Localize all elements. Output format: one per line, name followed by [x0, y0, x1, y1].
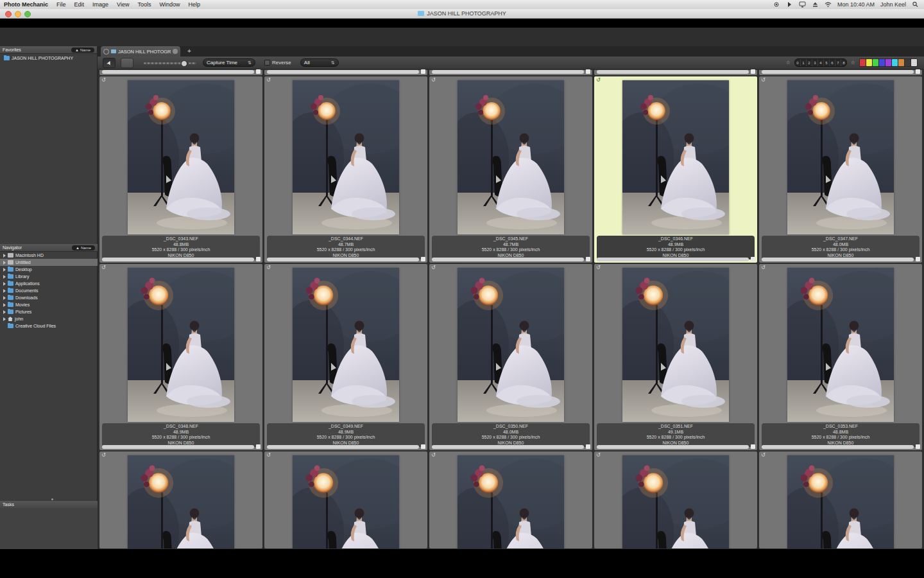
navigator-item[interactable]: Applications — [0, 280, 98, 287]
cell-scrollbar-box[interactable] — [421, 257, 425, 261]
bluetooth-icon[interactable] — [786, 1, 793, 8]
favorites-sort-button[interactable]: ▲Name — [71, 48, 94, 53]
menu-item[interactable]: Window — [159, 1, 180, 8]
disclosure-triangle-icon[interactable] — [3, 317, 6, 321]
menu-item[interactable]: View — [117, 1, 129, 8]
rating-filter[interactable]: 012345678 — [794, 58, 847, 67]
menu-user[interactable]: John Keel — [880, 1, 906, 8]
wifi-icon[interactable] — [825, 1, 832, 8]
photo-cell[interactable]: ↺ — [99, 76, 262, 263]
cell-scrollbar[interactable] — [762, 258, 914, 261]
rating-filter-segment[interactable]: 6 — [830, 59, 835, 66]
rating-filter-segment[interactable]: 3 — [812, 59, 818, 66]
photo-cell[interactable]: ↺ — [759, 451, 922, 548]
navigator-item[interactable]: Desktop — [0, 266, 98, 273]
eject-icon[interactable] — [812, 1, 819, 8]
navigator-item[interactable]: john — [0, 315, 98, 322]
photo-thumbnail[interactable] — [128, 80, 234, 234]
zoom-window-button[interactable] — [24, 11, 31, 17]
rating-filter-segment[interactable]: 5 — [824, 59, 830, 66]
rotate-icon[interactable]: ↺ — [431, 78, 436, 83]
photo-cell[interactable]: ↺ — [99, 264, 262, 450]
new-tab-button[interactable]: + — [187, 48, 191, 55]
cell-scrollbar-box[interactable] — [751, 257, 755, 261]
color-class-swatch[interactable] — [892, 59, 898, 66]
color-class-swatch[interactable] — [886, 59, 891, 66]
cell-scrollbar[interactable] — [102, 445, 254, 449]
photo-cell[interactable]: ↺ — [594, 264, 757, 450]
cell-scrollbar[interactable] — [102, 258, 254, 261]
rotate-icon[interactable]: ↺ — [596, 78, 601, 83]
favorites-item[interactable]: JASON HILL PHOTOGRAPHY — [0, 54, 97, 62]
disclosure-triangle-icon[interactable] — [3, 254, 6, 258]
color-class-swatch[interactable] — [898, 59, 904, 66]
menu-item[interactable]: Help — [188, 1, 200, 8]
photo-cell[interactable]: ↺ — [264, 264, 427, 450]
pane-resize-handle[interactable] — [51, 498, 53, 500]
cell-scrollbar[interactable] — [267, 258, 419, 261]
search-icon[interactable] — [912, 1, 919, 8]
rotate-icon[interactable]: ↺ — [101, 453, 106, 458]
cell-scrollbar-box[interactable] — [586, 69, 590, 74]
cell-scrollbar-box[interactable] — [916, 257, 920, 261]
cell-scrollbar[interactable] — [597, 258, 749, 261]
photo-thumbnail[interactable] — [458, 268, 564, 422]
navigator-item[interactable]: Downloads — [0, 294, 98, 301]
photo-cell[interactable]: ↺ — [759, 264, 922, 450]
rotate-icon[interactable]: ↺ — [101, 265, 106, 270]
photo-cell[interactable]: ↺ — [429, 264, 592, 450]
cell-scrollbar[interactable] — [597, 70, 749, 74]
rotate-icon[interactable]: ↺ — [101, 78, 106, 83]
disclosure-triangle-icon[interactable] — [3, 275, 6, 279]
cell-scrollbar-box[interactable] — [256, 69, 261, 74]
rotate-icon[interactable]: ↺ — [266, 265, 271, 270]
disclosure-triangle-icon[interactable] — [3, 296, 6, 300]
color-class-filter[interactable] — [859, 58, 918, 67]
photo-thumbnail[interactable] — [787, 455, 894, 548]
cell-scrollbar-box[interactable] — [916, 444, 920, 449]
cell-scrollbar[interactable] — [267, 70, 419, 74]
disclosure-triangle-icon[interactable] — [3, 261, 6, 265]
color-class-swatch[interactable] — [866, 59, 872, 66]
disclosure-triangle-icon[interactable] — [3, 303, 6, 307]
photo-cell[interactable]: ↺ — [759, 76, 922, 263]
photo-thumbnail[interactable] — [622, 80, 729, 234]
rating-filter-segment[interactable]: 1 — [801, 59, 807, 66]
navigator-item[interactable]: Library — [0, 273, 98, 280]
rating-filter-segment[interactable]: 7 — [835, 59, 841, 66]
menu-clock[interactable]: Mon 10:40 AM — [837, 1, 875, 8]
photo-cell[interactable]: ↺ — [264, 76, 427, 263]
cell-scrollbar[interactable] — [597, 445, 749, 449]
photo-thumbnail[interactable] — [293, 268, 399, 422]
sort-by-dropdown[interactable]: Capture Time ⇅ — [203, 58, 255, 67]
cell-scrollbar[interactable] — [102, 70, 254, 74]
cell-scrollbar-box[interactable] — [421, 444, 425, 449]
photo-cell[interactable]: ↺ — [594, 451, 757, 548]
rating-filter-segment[interactable]: 2 — [807, 59, 812, 66]
close-window-button[interactable] — [5, 11, 12, 17]
rotate-icon[interactable]: ↺ — [431, 453, 436, 458]
cell-scrollbar-box[interactable] — [256, 444, 261, 449]
window-title-bar[interactable]: JASON HILL PHOTOGRAPHY — [0, 9, 924, 19]
photo-thumbnail[interactable] — [293, 80, 399, 234]
contact-sheet[interactable]: ↺ — [98, 69, 924, 549]
menu-item[interactable]: Edit — [74, 1, 85, 8]
cell-scrollbar-box[interactable] — [751, 69, 755, 74]
slider-thumb[interactable] — [181, 60, 187, 67]
photo-cell[interactable]: ↺ — [429, 76, 592, 263]
cell-scrollbar-box[interactable] — [916, 69, 920, 74]
rotate-icon[interactable]: ↺ — [596, 265, 601, 270]
photo-thumbnail[interactable] — [128, 268, 234, 422]
photo-cell[interactable]: ↺ — [264, 451, 427, 548]
tab-refresh-icon[interactable] — [103, 49, 109, 55]
photo-thumbnail[interactable] — [787, 80, 894, 234]
disclosure-triangle-icon[interactable] — [3, 289, 6, 293]
cell-scrollbar[interactable] — [432, 445, 584, 449]
color-class-swatch[interactable] — [873, 59, 878, 66]
cell-scrollbar[interactable] — [432, 70, 584, 74]
menu-item[interactable]: Tools — [137, 1, 151, 8]
color-class-swatch[interactable] — [879, 59, 885, 66]
hand-tool-button[interactable] — [121, 58, 133, 68]
navigator-item[interactable]: Creative Cloud Files — [0, 322, 98, 329]
reverse-checkbox[interactable] — [264, 60, 270, 66]
